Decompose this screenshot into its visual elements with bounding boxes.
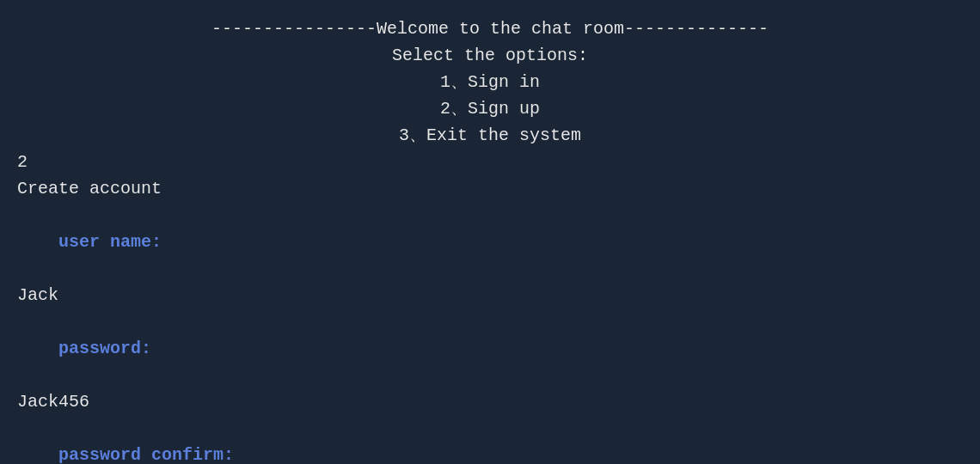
create-account-label: Create account — [17, 175, 963, 202]
username-value: Jack — [17, 282, 963, 308]
option3-line: 3、Exit the system — [17, 122, 963, 149]
user-choice-input: 2 — [17, 149, 963, 175]
password-value: Jack456 — [17, 388, 963, 415]
option2-line: 2、Sign up — [17, 95, 963, 122]
option1-line: 1、Sign in — [17, 69, 963, 95]
username-prompt-text: user name: — [58, 232, 162, 252]
password-prompt: password: — [17, 308, 963, 388]
password-prompt-text: password: — [58, 339, 151, 358]
password-confirm-prompt: password confirm: — [17, 415, 963, 464]
select-options-label: Select the options: — [17, 42, 963, 69]
terminal-output: ----------------Welcome to the chat room… — [17, 15, 963, 464]
password-confirm-prompt-text: password confirm: — [58, 445, 234, 464]
welcome-line: ----------------Welcome to the chat room… — [17, 15, 963, 42]
username-prompt: user name: — [17, 202, 963, 282]
